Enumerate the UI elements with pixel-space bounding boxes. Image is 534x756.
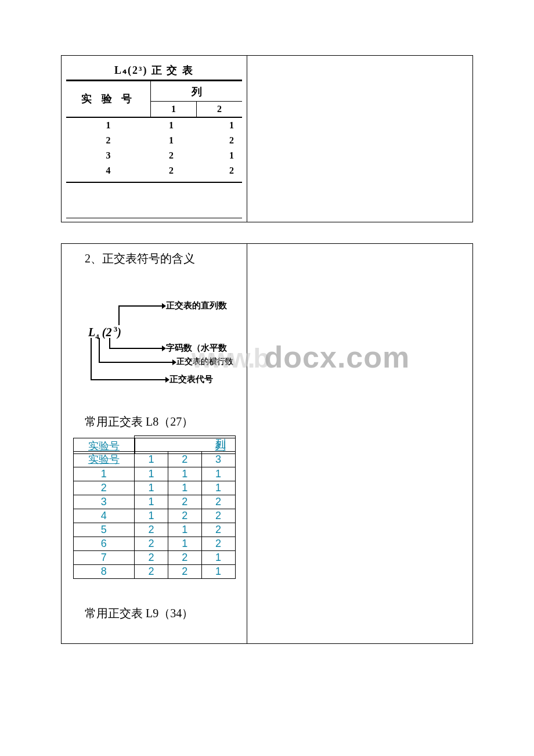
- table-row: 1 1 1: [66, 118, 242, 133]
- section2-container: 2、正交表符号的含义 L4 (2 3) 正交表的直列数 字码数（水平数 正交表的…: [61, 243, 473, 644]
- table1-title: L₄(2³) 正 交 表: [66, 60, 242, 81]
- table-row: 4122: [73, 509, 235, 523]
- section2-left-panel: 2、正交表符号的含义 L4 (2 3) 正交表的直列数 字码数（水平数 正交表的…: [62, 244, 247, 643]
- table-row: 8221: [73, 565, 235, 579]
- table-row: 1111: [73, 467, 235, 481]
- table1-r1-exp: 1: [66, 118, 150, 133]
- l8-r7-c1: 2: [135, 551, 168, 565]
- l8-r2-c2: 1: [168, 481, 201, 495]
- l8-r5-c2: 1: [168, 523, 201, 537]
- l8-r5-c3: 2: [201, 523, 235, 537]
- table1-right-empty: [247, 56, 472, 222]
- l8-r3-exp: 3: [73, 495, 135, 509]
- l8-r3-c1: 1: [135, 495, 168, 509]
- l8-r4-c2: 2: [168, 509, 201, 523]
- l8-r3-c2: 2: [168, 495, 201, 509]
- table1-r2-c2: 2: [192, 133, 242, 148]
- l8-r2-c3: 1: [201, 481, 235, 495]
- l8-h-1: 1: [135, 452, 168, 467]
- table-row: 3 2 1: [66, 148, 242, 163]
- l8-h-3: 3: [201, 452, 235, 467]
- table-row: 4 2 2: [66, 163, 242, 178]
- l8-title: 常用正交表 L8（27）: [64, 404, 244, 438]
- l8-cols-header-cell: 列: [135, 436, 235, 452]
- table1-exp-header: 实 验 号: [66, 81, 150, 117]
- l8-r8-c2: 2: [168, 565, 201, 579]
- table1-cols-header: 列: [151, 81, 242, 102]
- table-row: 6212: [73, 537, 235, 551]
- l8-r6-c2: 1: [168, 537, 201, 551]
- table1-header-row: 实 验 号 列 1 2: [66, 81, 242, 118]
- table1-r2-exp: 2: [66, 133, 150, 148]
- l8-h-2: 2: [168, 452, 201, 467]
- l8-r5-exp: 5: [73, 523, 135, 537]
- l8-r4-c1: 1: [135, 509, 168, 523]
- diagram-label-columns: 正交表的直列数: [166, 300, 227, 311]
- table-row: 实验号 1 2 3: [73, 452, 235, 467]
- l8-r2-exp: 2: [73, 481, 135, 495]
- table1-r4-exp: 4: [66, 163, 150, 178]
- table1-r3-c1: 2: [150, 148, 192, 163]
- l8-r6-c3: 2: [201, 537, 235, 551]
- diagram-letter-l: L: [88, 326, 95, 339]
- l8-r5-c1: 2: [135, 523, 168, 537]
- diagram-formula: L4 (2 3): [88, 325, 121, 341]
- table1-col-1: 1: [151, 102, 196, 117]
- table1-col-2: 2: [196, 102, 242, 117]
- diagram-paren-open: (2: [99, 326, 112, 339]
- l8-r6-exp: 6: [73, 537, 135, 551]
- table1-r2-c1: 1: [150, 133, 192, 148]
- table1-body: 1 1 1 2 1 2 3: [66, 118, 242, 183]
- l8-r1-c2: 1: [168, 467, 201, 481]
- l8-r7-c2: 2: [168, 551, 201, 565]
- l8-r8-c1: 2: [135, 565, 168, 579]
- l8-r8-exp: 8: [73, 565, 135, 579]
- l8-r7-exp: 7: [73, 551, 135, 565]
- section2-right-empty: [247, 244, 472, 643]
- table1-r3-c2: 1: [192, 148, 242, 163]
- table1-left-panel: L₄(2³) 正 交 表 实 验 号 列 1 2 1: [62, 56, 247, 222]
- l8-r2-c1: 1: [135, 481, 168, 495]
- table1-r1-c1: 1: [150, 118, 192, 133]
- l8-r3-c3: 2: [201, 495, 235, 509]
- section2-title: 2、正交表符号的含义: [64, 246, 244, 275]
- l8-table-main: 列 实验号 1 2 3 1111 2111 3122 4122 5212 621…: [73, 435, 236, 579]
- table1-r4-c1: 2: [150, 163, 192, 178]
- diagram-label-levels: 字码数（水平数: [166, 343, 227, 354]
- l8-r6-c1: 2: [135, 537, 168, 551]
- diagram-superscript-3: 3: [111, 325, 117, 333]
- diagram-paren-close: ): [117, 326, 121, 339]
- symbol-meaning-diagram: L4 (2 3) 正交表的直列数 字码数（水平数 正交表的横行数 正交表代号: [64, 279, 244, 395]
- table1-r1-c2: 1: [192, 118, 242, 133]
- diagram-label-rows: 正交表的横行数: [176, 357, 233, 367]
- table1-r3-exp: 3: [66, 148, 150, 163]
- l8-r8-c3: 1: [201, 565, 235, 579]
- l8-exp-header-cell: 实验号: [73, 452, 135, 467]
- l8-r7-c3: 1: [201, 551, 235, 565]
- l8-r4-c3: 2: [201, 509, 235, 523]
- table1-container: L₄(2³) 正 交 表 实 验 号 列 1 2 1: [61, 55, 473, 222]
- diagram-label-symbol: 正交表代号: [169, 374, 213, 385]
- l8-r4-exp: 4: [73, 509, 135, 523]
- table-row: 5212: [73, 523, 235, 537]
- l8-r1-c1: 1: [135, 467, 168, 481]
- table-row: 2 1 2: [66, 133, 242, 148]
- l8-r1-c3: 1: [201, 467, 235, 481]
- table-row: 2111: [73, 481, 235, 495]
- table1-r4-c2: 2: [192, 163, 242, 178]
- table-row: 3122: [73, 495, 235, 509]
- l8-r1-exp: 1: [73, 467, 135, 481]
- table-row: 7221: [73, 551, 235, 565]
- l9-title: 常用正交表 L9（34）: [64, 582, 244, 629]
